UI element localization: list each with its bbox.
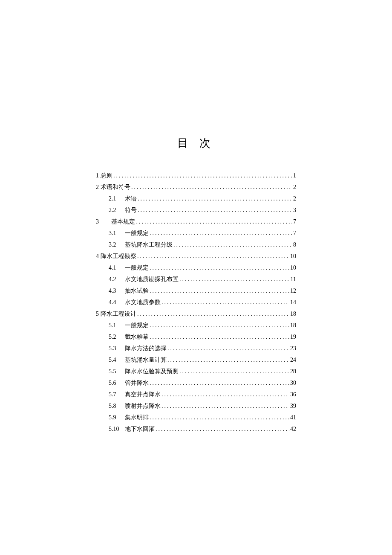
entry-number: 2.2	[109, 204, 125, 216]
toc-subentry: 5.4基坑涌水量计算24	[96, 354, 296, 366]
entry-page: 3	[293, 204, 296, 216]
dot-leader	[150, 285, 289, 296]
entry-label: 一般规定	[125, 320, 149, 331]
entry-page: 14	[290, 296, 296, 308]
toc-subentry: 4.2水文地质勘探孔布置11	[96, 273, 296, 285]
dot-leader	[150, 320, 289, 331]
entry-number: 2	[96, 181, 99, 193]
dot-leader	[173, 239, 292, 250]
toc-subentry: 5.10地下水回灌42	[96, 423, 296, 435]
entry-label: 降水水位验算及预测	[125, 366, 179, 377]
dot-leader	[156, 423, 289, 435]
entry-page: 1	[293, 170, 296, 181]
toc-subentry: 5.8喷射井点降水39	[96, 400, 296, 412]
entry-number: 5.6	[109, 377, 125, 389]
entry-number: 5.5	[109, 366, 125, 377]
toc-chapter: 1总则1	[96, 170, 296, 181]
toc-subentry: 3.1一般规定7	[96, 227, 296, 239]
entry-page: 10	[290, 262, 296, 273]
toc-title: 目 次	[0, 136, 392, 151]
entry-page: 41	[290, 412, 296, 423]
entry-page: 10	[290, 250, 296, 262]
entry-page: 18	[290, 308, 296, 320]
entry-number: 5.7	[109, 389, 125, 400]
dot-leader	[138, 204, 292, 216]
entry-label: 一般规定	[125, 227, 149, 239]
entry-page: 28	[290, 366, 296, 377]
toc-subentry: 5.6管井降水30	[96, 377, 296, 389]
entry-label: 喷射井点降水	[125, 400, 161, 412]
entry-number: 1	[96, 170, 99, 181]
entry-number: 5.3	[109, 343, 125, 354]
dot-leader	[137, 250, 289, 262]
toc-subentry: 5.9集水明排41	[96, 412, 296, 423]
entry-page: 8	[293, 239, 296, 250]
toc-subentry: 5.2截水帷幕19	[96, 331, 296, 343]
table-of-contents: 1总则12术语和符号22.1术语22.2符号33基本规定73.1一般规定73.2…	[96, 170, 296, 435]
entry-label: 降水工程设计	[101, 308, 136, 320]
dot-leader	[137, 308, 289, 320]
entry-page: 30	[290, 377, 296, 389]
dot-leader	[161, 400, 289, 412]
entry-page: 7	[293, 216, 296, 227]
entry-label: 集水明排	[125, 412, 149, 423]
entry-number: 4.3	[109, 285, 125, 296]
entry-page: 2	[293, 181, 296, 193]
entry-number: 5.1	[109, 320, 125, 331]
toc-subentry: 2.2符号3	[96, 204, 296, 216]
entry-label: 水文地质参数	[125, 296, 161, 308]
entry-page: 42	[290, 423, 296, 435]
entry-number: 4.2	[109, 273, 125, 285]
entry-label: 截水帷幕	[125, 331, 149, 343]
dot-leader	[138, 193, 292, 204]
entry-label: 符号	[125, 204, 137, 216]
toc-chapter: 2术语和符号2	[96, 181, 296, 193]
entry-number: 4.4	[109, 296, 125, 308]
entry-page: 39	[290, 400, 296, 412]
entry-number: 3.2	[109, 239, 125, 250]
entry-label: 术语	[125, 193, 137, 204]
dot-leader	[150, 412, 289, 423]
entry-page: 24	[290, 354, 296, 366]
toc-subentry: 5.7真空井点降水36	[96, 389, 296, 400]
entry-label: 一般规定	[125, 262, 149, 273]
dot-leader	[150, 227, 292, 239]
entry-number: 4	[96, 250, 99, 262]
toc-subentry: 5.5降水水位验算及预测28	[96, 366, 296, 377]
dot-leader	[131, 181, 292, 193]
entry-label: 总则	[101, 170, 112, 181]
entry-number: 5	[96, 308, 99, 320]
toc-subentry: 2.1术语2	[96, 193, 296, 204]
dot-leader	[150, 262, 289, 273]
entry-number: 2.1	[109, 193, 125, 204]
entry-label: 降水方法的选择	[125, 343, 167, 354]
entry-page: 12	[290, 285, 296, 296]
entry-number: 5.10	[109, 423, 125, 435]
entry-page: 2	[293, 193, 296, 204]
dot-leader	[150, 331, 289, 343]
entry-number: 4.1	[109, 262, 125, 273]
toc-chapter: 4降水工程勘察10	[96, 250, 296, 262]
dot-leader	[167, 343, 289, 354]
dot-leader	[150, 377, 289, 389]
dot-leader	[161, 296, 289, 308]
toc-subentry: 5.1一般规定18	[96, 320, 296, 331]
entry-number: 5.9	[109, 412, 125, 423]
entry-label: 真空井点降水	[125, 389, 161, 400]
entry-number: 3.1	[109, 227, 125, 239]
entry-label: 抽水试验	[125, 285, 149, 296]
dot-leader	[167, 354, 289, 366]
toc-chapter: 5降水工程设计18	[96, 308, 296, 320]
entry-page: 36	[290, 389, 296, 400]
toc-subentry: 4.1一般规定10	[96, 262, 296, 273]
entry-page: 11	[291, 273, 296, 285]
entry-page: 23	[290, 343, 296, 354]
toc-subentry: 5.3降水方法的选择23	[96, 343, 296, 354]
toc-subentry: 4.4水文地质参数14	[96, 296, 296, 308]
entry-page: 19	[290, 331, 296, 343]
toc-chapter: 3基本规定7	[96, 216, 296, 227]
entry-number: 5.4	[109, 354, 125, 366]
entry-number: 3	[96, 216, 99, 227]
dot-leader	[136, 216, 292, 227]
entry-label: 基坑涌水量计算	[125, 354, 167, 366]
